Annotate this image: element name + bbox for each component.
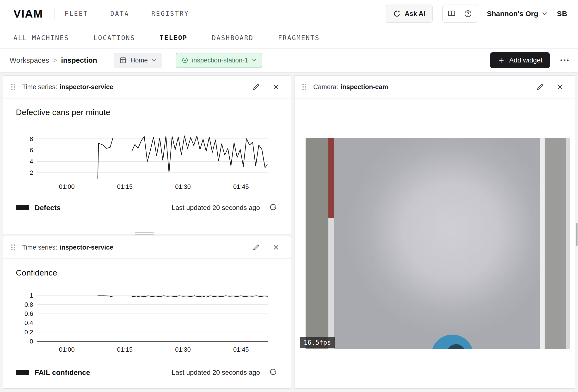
widget-title: Time series:inspector-service xyxy=(22,83,113,91)
widget-title: Camera:inspection-cam xyxy=(313,83,388,91)
can-lid-inner-ring xyxy=(447,344,466,349)
close-widget-button[interactable] xyxy=(272,83,280,91)
widget-header: Camera:inspection-cam xyxy=(294,76,575,98)
svg-text:0.2: 0.2 xyxy=(25,329,33,336)
tab-dashboard[interactable]: DASHBOARD xyxy=(212,34,253,42)
edit-widget-button[interactable] xyxy=(252,244,260,251)
svg-text:0: 0 xyxy=(30,338,33,345)
primary-nav: FLEET DATA REGISTRY xyxy=(65,10,189,17)
workspace-selector[interactable]: Home xyxy=(114,52,162,68)
close-widget-button[interactable] xyxy=(272,244,280,251)
svg-text:8: 8 xyxy=(30,135,33,143)
machine-selector-label: inspection-station-1 xyxy=(192,57,248,64)
add-widget-label: Add widget xyxy=(509,56,542,64)
nav-registry[interactable]: REGISTRY xyxy=(151,10,189,17)
ask-ai-button[interactable]: Ask AI xyxy=(386,4,433,23)
feed-left-band xyxy=(306,138,328,349)
drag-handle-icon[interactable] xyxy=(11,244,16,251)
widget-title: Time series:inspector-service xyxy=(22,244,113,251)
chart-title: Defective cans per minute xyxy=(16,108,110,117)
svg-text:01:30: 01:30 xyxy=(175,183,191,190)
machine-target-icon xyxy=(181,57,189,64)
legend-row: FAIL confidence Last updated 20 seconds … xyxy=(16,368,277,377)
svg-text:1: 1 xyxy=(30,292,33,299)
machine-selector[interactable]: inspection-station-1 xyxy=(176,52,262,68)
camera-feed xyxy=(306,138,570,349)
svg-text:01:00: 01:00 xyxy=(59,346,75,353)
tab-locations[interactable]: LOCATIONS xyxy=(94,34,135,42)
svg-text:2: 2 xyxy=(30,169,33,176)
drag-handle-icon[interactable] xyxy=(302,83,307,91)
svg-text:01:00: 01:00 xyxy=(59,183,75,190)
docs-button[interactable] xyxy=(444,6,459,21)
chevron-down-icon xyxy=(251,59,256,62)
svg-text:6: 6 xyxy=(30,147,33,154)
widget-time-series-confidence: Time series:inspector-service Confidence… xyxy=(3,236,291,389)
ask-ai-label: Ask AI xyxy=(405,10,425,17)
widget-camera: Camera:inspection-cam xyxy=(294,75,575,389)
tab-fragments[interactable]: FRAGMENTS xyxy=(278,34,320,42)
widget-resize-handle[interactable] xyxy=(135,232,154,236)
help-group xyxy=(442,4,477,23)
legend-swatch xyxy=(16,370,29,375)
drag-handle-icon[interactable] xyxy=(11,83,16,91)
breadcrumb-separator: > xyxy=(53,56,57,64)
overflow-menu-button[interactable] xyxy=(560,59,569,62)
user-avatar[interactable]: SB xyxy=(557,10,567,18)
edit-widget-button[interactable] xyxy=(252,83,260,91)
widget-header: Time series:inspector-service xyxy=(3,236,291,259)
plus-icon xyxy=(497,57,505,64)
svg-text:01:15: 01:15 xyxy=(117,346,133,353)
legend-label: FAIL confidence xyxy=(35,368,90,377)
last-updated-text: Last updated 20 seconds ago xyxy=(172,204,260,212)
scrollbar-thumb[interactable] xyxy=(576,223,578,246)
text-cursor xyxy=(98,56,98,65)
nav-fleet[interactable]: FLEET xyxy=(65,10,88,17)
chevron-down-icon xyxy=(151,59,156,62)
refresh-button[interactable] xyxy=(269,368,277,377)
close-widget-button[interactable] xyxy=(556,83,564,91)
header-actions: Ask AI Shannon's Org SB xyxy=(386,4,567,23)
svg-text:4: 4 xyxy=(30,158,33,165)
workspace-grid-icon xyxy=(119,57,127,64)
workspace-selector-label: Home xyxy=(130,57,148,64)
add-widget-button[interactable]: Add widget xyxy=(490,52,550,68)
header-divider xyxy=(54,8,54,19)
legend-row: Defects Last updated 20 seconds ago xyxy=(16,204,277,212)
org-name: Shannon's Org xyxy=(487,10,538,18)
fps-badge: 16.5fps xyxy=(300,337,335,348)
org-switcher[interactable]: Shannon's Org xyxy=(487,10,547,18)
breadcrumb-workspaces[interactable]: Workspaces xyxy=(10,56,49,64)
svg-text:01:45: 01:45 xyxy=(233,346,249,353)
svg-text:01:30: 01:30 xyxy=(175,346,191,353)
chart-title: Confidence xyxy=(16,268,57,277)
edit-widget-button[interactable] xyxy=(536,83,544,91)
defects-chart: 246801:0001:1501:3001:45 xyxy=(13,129,280,194)
svg-text:0.4: 0.4 xyxy=(25,319,33,326)
widget-body: Defective cans per minute 246801:0001:15… xyxy=(3,98,291,234)
nav-data[interactable]: DATA xyxy=(110,10,129,17)
book-icon xyxy=(448,10,456,18)
svg-text:01:45: 01:45 xyxy=(233,183,249,190)
last-updated-text: Last updated 20 seconds ago xyxy=(172,369,260,376)
section-tabs: ALL MACHINES LOCATIONS TELEOP DASHBOARD … xyxy=(0,27,578,49)
chevron-down-icon xyxy=(542,12,547,15)
ask-ai-icon xyxy=(393,10,401,17)
tab-teleop[interactable]: TELEOP xyxy=(159,34,187,42)
widget-header: Time series:inspector-service xyxy=(3,76,291,98)
svg-text:0.6: 0.6 xyxy=(25,310,33,317)
teleop-canvas: Time series:inspector-service Defective … xyxy=(0,73,578,392)
legend-swatch xyxy=(16,205,29,210)
tab-all-machines[interactable]: ALL MACHINES xyxy=(13,34,69,42)
help-button[interactable] xyxy=(461,6,476,21)
workspace-name-input[interactable]: inspection xyxy=(61,56,97,64)
feed-right-edge xyxy=(566,138,570,349)
refresh-button[interactable] xyxy=(269,204,277,212)
feed-red-stripe xyxy=(328,138,334,218)
viam-logo[interactable]: VIAM xyxy=(13,7,43,20)
svg-text:01:15: 01:15 xyxy=(117,183,133,190)
widget-time-series-defects: Time series:inspector-service Defective … xyxy=(3,75,291,235)
feed-right-band xyxy=(545,138,566,349)
legend-label: Defects xyxy=(35,204,60,212)
camera-body: 16.5fps xyxy=(294,98,575,388)
